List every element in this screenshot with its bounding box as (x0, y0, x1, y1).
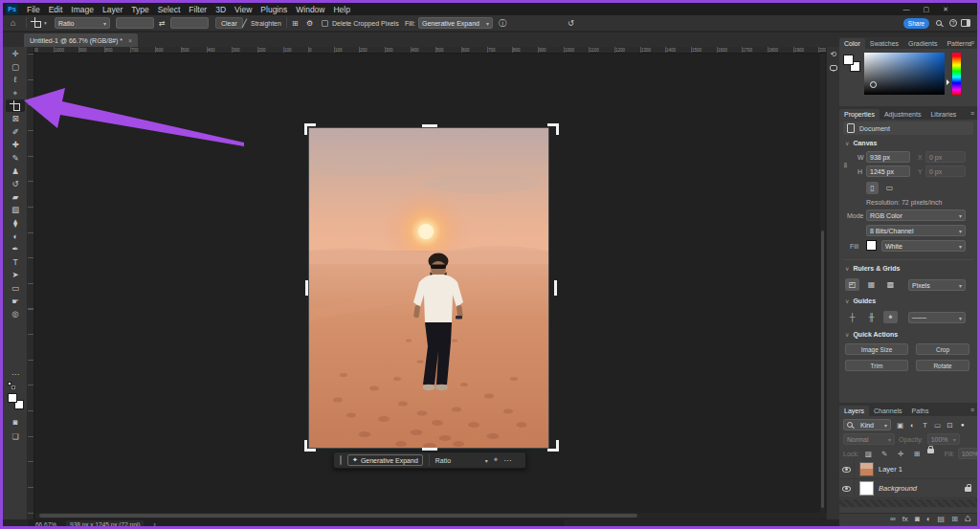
layer-effects-icon[interactable]: fx (902, 516, 908, 523)
vertical-scrollbar-thumb[interactable] (821, 231, 824, 508)
swap-dimensions-icon[interactable]: ⇄ (159, 17, 166, 29)
panel-menu-icon[interactable]: ≡ (970, 39, 974, 46)
portrait-orientation-button[interactable]: ▯ (866, 182, 879, 194)
crop-handle-left[interactable] (305, 280, 308, 296)
foreground-color-swatch[interactable] (8, 393, 17, 403)
home-icon[interactable]: ⌂ (11, 17, 15, 29)
fill-mode-dropdown[interactable]: Generative Expand ▾ (418, 17, 493, 29)
link-layers-icon[interactable]: ∞ (890, 516, 896, 523)
document-properties-row[interactable]: Document (843, 121, 973, 135)
rulers-grids-header[interactable]: ∨ Rulers & Grids (845, 265, 900, 272)
lock-all-icon[interactable] (927, 449, 934, 453)
menu-layer[interactable]: Layer (102, 5, 122, 14)
pixel-layer-filter-icon[interactable]: ▣ (894, 420, 906, 430)
canvas-fill-dropdown[interactable]: White ▾ (881, 240, 966, 252)
crop-handle-top[interactable] (422, 124, 437, 127)
crop-handle-right[interactable] (554, 280, 557, 296)
visibility-toggle[interactable] (839, 460, 855, 479)
help-icon[interactable]: ? (949, 17, 957, 29)
layer-group-icon[interactable]: ▤ (938, 516, 946, 523)
panel-menu-icon[interactable]: ≡ (970, 407, 974, 413)
pen-tool[interactable]: ✒ (6, 243, 25, 255)
filter-toggle-icon[interactable]: ● (961, 422, 965, 428)
color-panel-swatches[interactable] (843, 55, 860, 72)
menu-3d[interactable]: 3D (215, 5, 226, 14)
type-tool[interactable]: T (6, 256, 25, 269)
menu-select[interactable]: Select (158, 5, 181, 14)
adjustment-layer-filter-icon[interactable]: ◐ (906, 420, 919, 430)
layer-row-layer-1[interactable]: Layer 1 (839, 460, 977, 479)
guide-style-dropdown[interactable]: ─── ▾ (908, 312, 966, 323)
lock-artboard-icon[interactable]: ⊞ (911, 449, 924, 459)
history-icon[interactable]: ⟲ (830, 51, 836, 58)
pixel-grid-toggle-icon[interactable]: ▩ (883, 278, 898, 291)
color-picker-ring[interactable] (870, 81, 877, 88)
crop-handle-bottom-right[interactable] (547, 440, 559, 452)
path-selection-tool[interactable]: ➤ (6, 269, 25, 281)
shape-tool[interactable]: ▭ (6, 282, 25, 295)
hue-slider[interactable] (952, 53, 961, 95)
crop-handle-top-left[interactable] (304, 123, 316, 135)
gradient-tool[interactable]: ▧ (6, 204, 25, 216)
crop-handle-bottom-left[interactable] (304, 440, 316, 452)
link-dimensions-icon[interactable]: ∞ (841, 163, 850, 168)
delete-cropped-label[interactable]: Delete Cropped Pixels (332, 17, 399, 29)
tab-layers[interactable]: Layers (839, 406, 869, 416)
tab-libraries[interactable]: Libraries (925, 109, 961, 120)
crop-height-input[interactable] (170, 17, 209, 29)
straighten-icon[interactable]: ╱ (242, 17, 247, 29)
tab-paths[interactable]: Paths (907, 406, 934, 416)
panel-menu-icon[interactable]: ≡ (970, 110, 974, 117)
lock-position-icon[interactable]: ✛ (895, 449, 907, 459)
horizontal-scrollbar-thumb[interactable] (39, 514, 637, 518)
crop-handle-top-right[interactable] (547, 123, 559, 135)
eraser-tool[interactable]: ▰ (6, 191, 25, 204)
crop-handle-bottom[interactable] (422, 448, 437, 451)
canvas-height-field[interactable]: 1245 px (866, 165, 910, 177)
tab-properties[interactable]: Properties (839, 109, 880, 120)
object-selection-tool[interactable]: ⌖ (6, 87, 25, 99)
ruler-toggle-icon[interactable]: ◰ (845, 278, 859, 291)
healing-brush-tool[interactable]: ✚ (6, 139, 25, 151)
tool-preset-caret-icon[interactable]: ▾ (44, 17, 47, 29)
quick-action-trim[interactable]: Trim (845, 360, 908, 371)
canvas-width-field[interactable]: 938 px (866, 151, 910, 163)
grid-toggle-icon[interactable]: ▦ (864, 278, 879, 291)
status-chevron-icon[interactable]: › (153, 521, 155, 528)
crop-tool-icon[interactable] (32, 17, 41, 29)
color-mode-dropdown[interactable]: RGB Color ▾ (866, 209, 966, 221)
maximize-icon[interactable]: ▢ (924, 6, 930, 13)
edit-toolbar-icon[interactable]: ⋯ (3, 370, 28, 379)
search-icon[interactable] (936, 17, 942, 29)
taskbar-drag-handle[interactable] (340, 455, 342, 465)
quick-mask-icon[interactable]: ◙ (3, 418, 28, 427)
crop-overlay-icon[interactable]: ⊞ (292, 17, 299, 29)
menu-view[interactable]: View (234, 5, 252, 14)
visibility-toggle[interactable] (839, 479, 855, 498)
lasso-tool[interactable]: ℓ (6, 74, 25, 86)
comments-icon[interactable] (830, 65, 837, 71)
menu-window[interactable]: Window (296, 5, 324, 14)
straighten-label[interactable]: Straighten (251, 17, 281, 29)
taskbar-ratio-dropdown[interactable]: Ratio ▾ (429, 454, 488, 466)
default-colors-icon[interactable] (8, 382, 15, 389)
crop-tool[interactable] (6, 99, 25, 112)
marquee-tool[interactable]: ▢ (6, 61, 25, 74)
generative-expand-button[interactable]: ✦ Generative Expand (347, 454, 423, 466)
brush-tool[interactable]: ✎ (6, 152, 25, 165)
layer-filter-kind-dropdown[interactable]: Kind ▾ (843, 419, 891, 430)
new-layer-icon[interactable]: ⊞ (951, 516, 958, 523)
history-brush-tool[interactable]: ↺ (6, 178, 25, 190)
canvas-area[interactable]: 1100100090080070060050040030020010001002… (28, 47, 826, 519)
info-icon[interactable]: ⓘ (499, 17, 506, 29)
smart-guides-icon[interactable]: ╫ (864, 311, 879, 323)
menu-type[interactable]: Type (131, 5, 148, 14)
quick-action-crop[interactable]: Crop (916, 343, 969, 355)
snap-guides-icon[interactable]: ⌖ (883, 311, 898, 323)
zoom-tool[interactable]: ◎ (6, 308, 25, 320)
menu-help[interactable]: Help (333, 5, 349, 14)
menu-plugins[interactable]: Plugins (260, 5, 287, 14)
document-tab[interactable]: Untitled-1 @ 66.7% (RGB/8#) * × (24, 33, 138, 47)
landscape-orientation-button[interactable]: ▭ (883, 182, 896, 194)
straighten-level-icon[interactable]: ⌖ (494, 455, 499, 465)
